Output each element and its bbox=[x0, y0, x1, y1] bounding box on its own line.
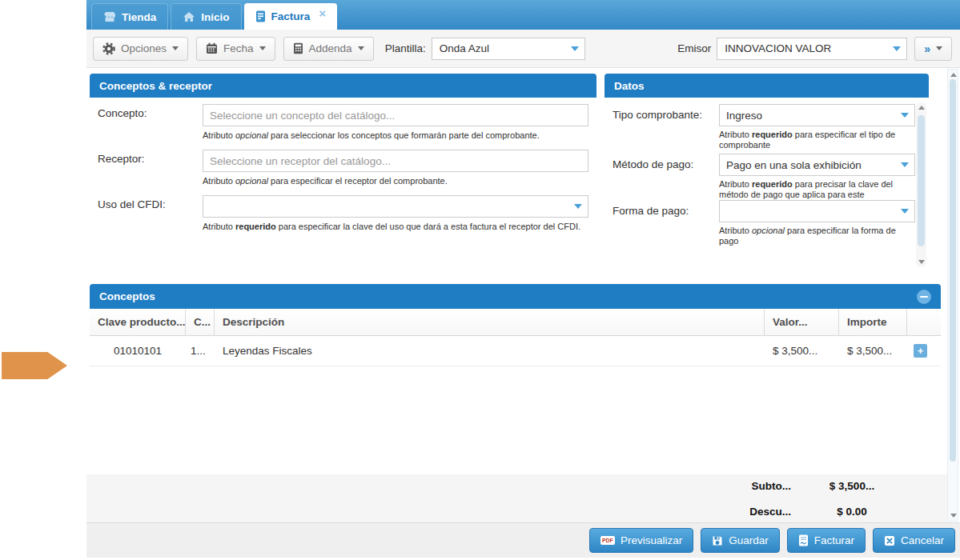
home-icon bbox=[183, 11, 195, 22]
tab-bar: Tienda Inicio Factura × bbox=[86, 0, 960, 30]
cell-descripcion: Leyendas Fiscales bbox=[215, 345, 765, 357]
emisor-select[interactable]: INNOVACION VALOR bbox=[717, 38, 907, 60]
overflow-label: » bbox=[924, 42, 930, 55]
help-text: Atributo bbox=[203, 130, 233, 140]
receptor-label: Receptor: bbox=[98, 153, 145, 165]
scroll-up-icon[interactable] bbox=[918, 106, 925, 110]
help-emphasis: requerido bbox=[752, 179, 793, 189]
column-header-cantidad[interactable]: C... bbox=[186, 309, 215, 335]
guardar-button[interactable]: Guardar bbox=[701, 528, 780, 553]
cell-importe: $ 3,500... bbox=[839, 345, 907, 357]
panel-body: Tipo comprobante: Ingreso Atributo reque… bbox=[605, 98, 929, 272]
help-text: para seleccionar los conceptos que forma… bbox=[271, 130, 540, 140]
metodo-pago-value: Pago en una sola exhibición bbox=[726, 159, 862, 171]
help-text: Atributo bbox=[203, 222, 233, 231]
tab-label: Tienda bbox=[122, 11, 156, 23]
chevron-down-icon bbox=[901, 113, 909, 118]
emisor-label: Emisor bbox=[677, 42, 711, 54]
forma-pago-help: Atributo opcional para especificar la fo… bbox=[719, 226, 910, 246]
button-label: Addenda bbox=[309, 42, 352, 54]
concepto-input[interactable] bbox=[203, 104, 588, 126]
panel-title: Conceptos bbox=[99, 290, 155, 302]
button-label: Opciones bbox=[121, 42, 167, 54]
save-icon bbox=[712, 535, 723, 546]
chevron-down-icon bbox=[259, 46, 266, 50]
column-header-actions bbox=[907, 309, 941, 335]
help-emphasis: opcional bbox=[235, 130, 268, 140]
panel-title: Datos bbox=[605, 74, 929, 98]
column-header-valor[interactable]: Valor... bbox=[765, 309, 839, 335]
tab-inicio[interactable]: Inicio bbox=[171, 3, 241, 30]
chevron-down-icon bbox=[901, 162, 909, 167]
cancel-icon bbox=[884, 535, 895, 546]
receptor-help: Atributo opcional para especificar el re… bbox=[203, 176, 588, 186]
addenda-button[interactable]: Addenda bbox=[283, 37, 374, 61]
panel-body: Concepto: Atributo opcional para selecci… bbox=[90, 98, 596, 272]
help-text: para especificar el receptor del comprob… bbox=[271, 176, 448, 186]
forma-pago-label: Forma de pago: bbox=[613, 205, 689, 217]
chevron-down-icon bbox=[574, 204, 582, 209]
forma-pago-select[interactable] bbox=[719, 200, 915, 222]
tipo-comprobante-value: Ingreso bbox=[726, 110, 762, 122]
help-text: para especificar la clave del uso que da… bbox=[279, 222, 580, 231]
table-row[interactable]: 01010101 1... Leyendas Fiscales $ 3,500.… bbox=[90, 336, 941, 366]
toolbar-overflow-button[interactable]: » bbox=[914, 37, 952, 61]
gear-icon bbox=[102, 42, 115, 55]
metodo-pago-select[interactable]: Pago en una sola exhibición bbox=[719, 154, 915, 176]
tab-label: Factura bbox=[271, 10, 311, 22]
page-scrollbar[interactable] bbox=[947, 69, 958, 522]
action-button-bar: PDF Previsualizar Guardar Facturar Cance… bbox=[86, 522, 960, 558]
plantilla-select[interactable]: Onda Azul bbox=[432, 38, 585, 60]
column-header-importe[interactable]: Importe bbox=[839, 309, 907, 335]
tipo-comprobante-label: Tipo comprobante: bbox=[613, 109, 702, 121]
plantilla-value: Onda Azul bbox=[440, 42, 489, 54]
scrollbar-thumb[interactable] bbox=[950, 79, 956, 462]
calculator-icon bbox=[293, 42, 303, 54]
cancelar-button[interactable]: Cancelar bbox=[873, 528, 955, 553]
opciones-button[interactable]: Opciones bbox=[93, 37, 188, 61]
column-header-descripcion[interactable]: Descripción bbox=[215, 309, 765, 335]
help-emphasis: requerido bbox=[235, 222, 276, 231]
column-header-clave[interactable]: Clave producto... bbox=[90, 309, 186, 335]
subtotal-label: Subto... bbox=[721, 480, 791, 492]
help-emphasis: opcional bbox=[752, 226, 785, 235]
help-text: Atributo bbox=[719, 179, 749, 189]
scroll-up-icon[interactable] bbox=[950, 73, 957, 77]
uso-cfdi-help: Atributo requerido para especificar la c… bbox=[203, 222, 588, 232]
scroll-down-icon[interactable] bbox=[950, 514, 957, 518]
receptor-input[interactable] bbox=[203, 150, 588, 172]
cell-cantidad: 1... bbox=[186, 345, 215, 357]
pdf-icon: PDF bbox=[601, 536, 615, 545]
invoice-sign-icon bbox=[798, 534, 809, 546]
datos-panel-scrollbar[interactable] bbox=[916, 102, 926, 267]
previsualizar-button[interactable]: PDF Previsualizar bbox=[589, 528, 693, 553]
facturar-button[interactable]: Facturar bbox=[787, 528, 866, 553]
tab-tienda[interactable]: Tienda bbox=[91, 3, 168, 30]
chevron-down-icon bbox=[893, 46, 901, 51]
add-concept-icon[interactable]: + bbox=[914, 344, 927, 358]
help-emphasis: requerido bbox=[752, 130, 793, 139]
scrollbar-thumb[interactable] bbox=[918, 115, 925, 246]
metodo-pago-label: Método de pago: bbox=[613, 158, 693, 170]
factura-app-window: Tienda Inicio Factura × Opciones bbox=[0, 0, 960, 560]
button-label: Guardar bbox=[729, 534, 769, 546]
tipo-comprobante-select[interactable]: Ingreso bbox=[719, 104, 915, 126]
chevron-down-icon bbox=[936, 46, 942, 50]
collapse-panel-icon[interactable] bbox=[917, 290, 931, 304]
button-label: Cancelar bbox=[901, 534, 944, 546]
fecha-button[interactable]: Fecha bbox=[196, 37, 275, 61]
uso-cfdi-select[interactable] bbox=[203, 195, 588, 218]
scroll-down-icon[interactable] bbox=[918, 260, 925, 264]
datos-panel: Datos Tipo comprobante: Ingreso Atributo… bbox=[605, 74, 929, 272]
annotation-arrow bbox=[2, 352, 67, 379]
emisor-value: INNOVACION VALOR bbox=[725, 42, 831, 54]
cell-clave: 01010101 bbox=[90, 345, 186, 357]
plantilla-label: Plantilla: bbox=[385, 42, 426, 54]
invoice-toolbar: Opciones Fecha Addenda Plantilla: Onda A… bbox=[86, 30, 960, 68]
tab-label: Inicio bbox=[201, 11, 229, 23]
tab-factura[interactable]: Factura × bbox=[244, 3, 338, 30]
close-tab-icon[interactable]: × bbox=[319, 6, 326, 20]
calendar-icon bbox=[206, 42, 218, 54]
subtotal-value: $ 3,500... bbox=[805, 480, 899, 492]
chevron-down-icon bbox=[172, 46, 179, 50]
